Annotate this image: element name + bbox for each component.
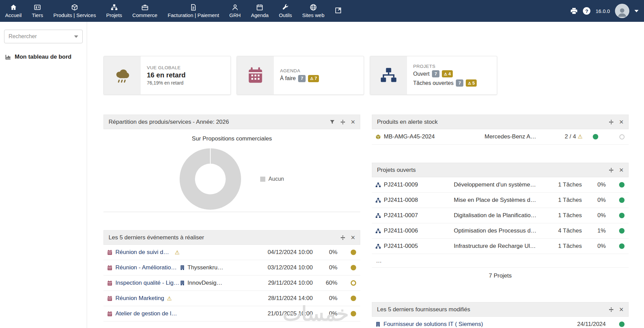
top-menu-bar: Accueil Tiers Produits | Services Projet… xyxy=(0,0,644,22)
chevron-down-icon[interactable] xyxy=(634,10,639,12)
project-label: Développement d'un système… xyxy=(454,181,537,188)
event-link[interactable]: Inspection qualité - Ligne de … xyxy=(115,280,180,286)
sitemap-icon xyxy=(111,4,118,11)
move-icon[interactable] xyxy=(608,307,614,312)
menu-outils[interactable]: Outils xyxy=(274,0,297,22)
widget-title: Produits en alerte stock xyxy=(377,119,608,125)
third-parties-icon xyxy=(34,4,41,11)
chart-legend: Aucun xyxy=(260,176,284,182)
move-icon[interactable] xyxy=(340,235,346,240)
menu-grh[interactable]: GRH xyxy=(224,0,246,22)
event-link[interactable]: Atelier de gestion de la qualit… xyxy=(115,310,180,317)
menu-external-site[interactable] xyxy=(330,0,347,22)
move-icon[interactable] xyxy=(340,119,346,125)
help-icon[interactable]: ? xyxy=(583,7,590,15)
external-link-icon xyxy=(335,7,342,14)
widget-title: Les 5 derniers fournisseurs modifiés xyxy=(377,306,608,313)
search-placeholder: Rechercher xyxy=(9,33,37,40)
kpi-value: 16 en retard xyxy=(147,71,185,79)
project-row: PJ2411-0005 Infrastructure de Recharge U… xyxy=(372,239,629,254)
event-link[interactable]: Réunion de suivi des RH xyxy=(115,249,172,256)
move-icon[interactable] xyxy=(608,119,614,125)
wrench-icon xyxy=(282,4,289,11)
menu-label: Projets xyxy=(106,12,122,18)
filter-icon[interactable] xyxy=(330,119,335,125)
supplier-row: Fournisseur de solutions IT ( Siemens) 2… xyxy=(372,317,629,328)
menu-produits-services[interactable]: Produits | Services xyxy=(48,0,101,22)
menu-accueil[interactable]: Accueil xyxy=(0,0,27,22)
printer-icon[interactable] xyxy=(570,7,578,15)
status-dot xyxy=(351,280,356,286)
more-indicator[interactable]: … xyxy=(372,254,629,268)
menu-label: Agenda xyxy=(251,12,269,18)
warning-icon: ⚠ xyxy=(310,74,313,83)
project-tasks: 4 Tâches xyxy=(537,227,582,234)
supplier-date: 24/11/2024 xyxy=(537,321,606,328)
left-sidebar: Rechercher Mon tableau de bord xyxy=(0,22,87,328)
menu-agenda[interactable]: Agenda xyxy=(246,0,274,22)
widget-header: Produits en alerte stock × xyxy=(372,115,629,129)
close-icon[interactable]: × xyxy=(351,119,355,125)
company-link[interactable]: InnovDesig… xyxy=(187,280,222,286)
menu-sites-web[interactable]: Sites web xyxy=(297,0,330,22)
event-row: Réunion - Amélioration des p… Thyssenkru… xyxy=(103,260,360,275)
status-circle xyxy=(619,134,625,139)
event-date: 29/11/2024 10:00 xyxy=(243,280,313,286)
menu-facturation[interactable]: Facturation | Paiement xyxy=(163,0,224,22)
widgets-left-column: Répartition des produis/services - Année… xyxy=(103,115,360,328)
count-badge: 7 xyxy=(456,79,463,87)
sidebar-item-dashboard[interactable]: Mon tableau de bord xyxy=(4,54,83,60)
close-icon[interactable]: × xyxy=(619,307,624,312)
project-percent: 0% xyxy=(582,212,606,219)
stock-row: MB-AMG-A45-2024 Mercedes-Benz AMG … 2 / … xyxy=(372,129,629,145)
project-percent: 0% xyxy=(582,197,606,204)
move-icon[interactable] xyxy=(608,167,614,173)
company-link[interactable]: Thyssenkru… xyxy=(187,264,223,271)
project-icon xyxy=(375,182,381,188)
kpi-subtitle: 76,19% en retard xyxy=(147,80,185,86)
menu-commerce[interactable]: Commerce xyxy=(127,0,163,22)
kpi-agenda-todo: À faire 7 ⚠7 xyxy=(280,74,319,83)
supplier-link[interactable]: Fournisseur de solutions IT ( Siemens) xyxy=(383,321,483,328)
person-icon xyxy=(616,6,628,18)
close-icon[interactable]: × xyxy=(351,235,355,240)
close-icon[interactable]: × xyxy=(619,119,624,125)
project-link[interactable]: PJ2411-0005 xyxy=(384,243,418,250)
widget-suppliers: Les 5 derniers fournisseurs modifiés × F… xyxy=(372,302,629,328)
project-link[interactable]: PJ2411-0009 xyxy=(384,181,418,188)
menu-projets[interactable]: Projets xyxy=(101,0,127,22)
kpi-agenda[interactable]: AGENDA À faire 7 ⚠7 xyxy=(237,56,364,95)
menu-tiers[interactable]: Tiers xyxy=(27,0,48,22)
late-warning-badge: ⚠7 xyxy=(308,75,319,82)
project-link[interactable]: PJ2411-0006 xyxy=(384,227,418,234)
calendar-icon xyxy=(247,66,264,84)
search-input[interactable]: Rechercher xyxy=(4,30,83,43)
status-dot xyxy=(351,265,356,270)
widget-title: Projets ouverts xyxy=(377,167,608,174)
kpi-projets[interactable]: PROJETS Ouvert 7 ⚠4 Tâches ouvertes 7 ⚠5 xyxy=(370,56,497,95)
event-link[interactable]: Réunion - Amélioration des p… xyxy=(115,264,180,271)
version-label: 16.0.0 xyxy=(596,8,610,14)
product-link[interactable]: MB-AMG-A45-2024 xyxy=(384,133,435,140)
user-avatar[interactable] xyxy=(615,4,629,18)
status-dot xyxy=(619,322,625,327)
topbar-right-tools: ? 16.0.0 xyxy=(570,0,644,22)
calendar-icon xyxy=(107,265,113,271)
event-link[interactable]: Réunion Marketing xyxy=(115,295,164,302)
status-dot xyxy=(619,228,625,234)
project-tasks: 1 Tâches xyxy=(537,181,582,188)
invoice-icon xyxy=(190,4,197,11)
project-label: Mise en Place de Systèmes d… xyxy=(454,197,537,204)
projects-count-footer: 7 Projets xyxy=(372,268,629,284)
kpi-vue-globale[interactable]: VUE GLOBALE 16 en retard 76,19% en retar… xyxy=(103,56,231,95)
count-badge: 7 xyxy=(432,70,439,77)
donut-chart xyxy=(180,148,241,210)
project-link[interactable]: PJ2411-0008 xyxy=(384,197,418,204)
project-link[interactable]: PJ2411-0007 xyxy=(384,212,418,219)
bar-chart-icon xyxy=(5,54,11,60)
status-dot xyxy=(619,182,625,188)
close-icon[interactable]: × xyxy=(619,167,624,173)
event-date: 03/12/2024 10:00 xyxy=(243,264,313,271)
event-percent: 60% xyxy=(313,280,337,286)
event-row: Réunion de suivi des RH⚠ 04/12/2024 10:0… xyxy=(103,245,360,260)
